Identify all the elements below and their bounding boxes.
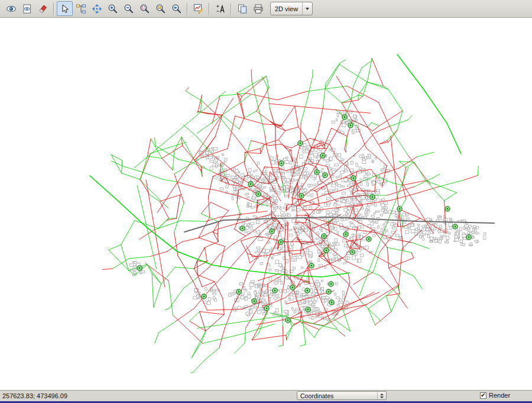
zoom-in-button[interactable] — [105, 1, 121, 16]
toolbar-separator — [231, 3, 232, 15]
new-view-button[interactable] — [19, 1, 35, 16]
copy-icon — [237, 4, 248, 14]
new-view-icon — [22, 4, 33, 14]
zoom-extent-icon — [140, 4, 150, 14]
toolbar-separator — [53, 3, 54, 15]
copy-button[interactable] — [234, 1, 250, 16]
toolbar-separator — [187, 3, 188, 15]
status-bar: 257623.83; 473496.09 Coordinates ✔ Rende… — [0, 390, 532, 401]
toolbar-separator — [209, 3, 210, 15]
print-button[interactable] — [250, 1, 266, 16]
show-view-button[interactable] — [3, 1, 19, 16]
map-canvas[interactable] — [0, 18, 532, 390]
render-label: Render — [489, 392, 510, 399]
hierarchy-icon — [76, 4, 86, 14]
printer-icon — [253, 4, 264, 14]
toolbar: 2D view — [0, 0, 532, 18]
pointer-icon — [60, 4, 70, 14]
render-toggle[interactable]: ✔ Render — [480, 392, 510, 399]
view-mode-dropdown[interactable]: 2D view — [270, 2, 313, 15]
pan-button[interactable] — [89, 1, 105, 16]
toggle-labels-button[interactable] — [212, 1, 228, 16]
status-mode-dropdown[interactable]: Coordinates — [297, 391, 387, 400]
zoom-previous-icon — [171, 4, 182, 14]
zoom-out-button[interactable] — [121, 1, 137, 16]
spinner-arrows-icon — [377, 392, 386, 399]
network-map — [0, 18, 532, 390]
view-mode-value: 2D view — [271, 5, 302, 12]
select-pointer-button[interactable] — [57, 1, 73, 16]
application-window: 2D view 257623.83; 473496.09 Coordinates… — [0, 0, 532, 403]
zoom-in-icon — [108, 4, 118, 14]
edit-chart-button[interactable] — [190, 1, 206, 16]
coordinates-readout: 257623.83; 473496.09 — [0, 392, 67, 399]
zoom-selection-icon — [155, 4, 166, 14]
render-checkbox[interactable]: ✔ — [480, 392, 486, 399]
status-mode-value: Coordinates — [297, 392, 377, 399]
pan-icon — [92, 4, 102, 14]
zoom-out-icon — [124, 4, 134, 14]
chart-edit-icon — [193, 4, 204, 14]
chevron-down-icon — [302, 2, 312, 15]
zoom-selection-button[interactable] — [153, 1, 168, 16]
zoom-previous-button[interactable] — [168, 1, 184, 16]
eye-icon — [6, 4, 17, 14]
clear-button[interactable] — [35, 1, 51, 16]
labels-icon — [215, 4, 226, 14]
eraser-icon — [38, 4, 48, 14]
select-hierarchy-button[interactable] — [73, 1, 89, 16]
zoom-extent-button[interactable] — [137, 1, 153, 16]
